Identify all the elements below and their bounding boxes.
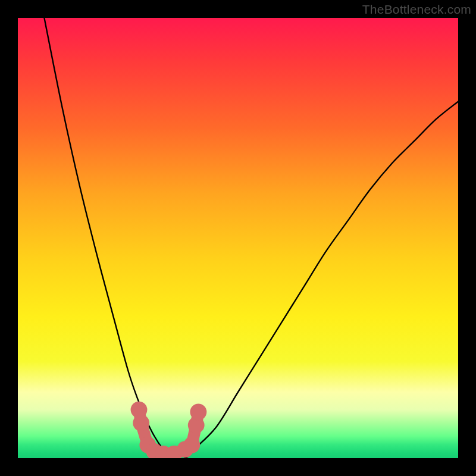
- marker-dot: [133, 415, 149, 431]
- marker-dot: [183, 437, 200, 453]
- watermark-label: TheBottleneck.com: [362, 2, 471, 17]
- marker-dot: [190, 403, 206, 420]
- chart-frame: TheBottleneck.com: [0, 0, 476, 476]
- chart-svg: [18, 18, 458, 458]
- bottleneck-curve: [44, 18, 458, 458]
- marker-dots: [131, 402, 207, 458]
